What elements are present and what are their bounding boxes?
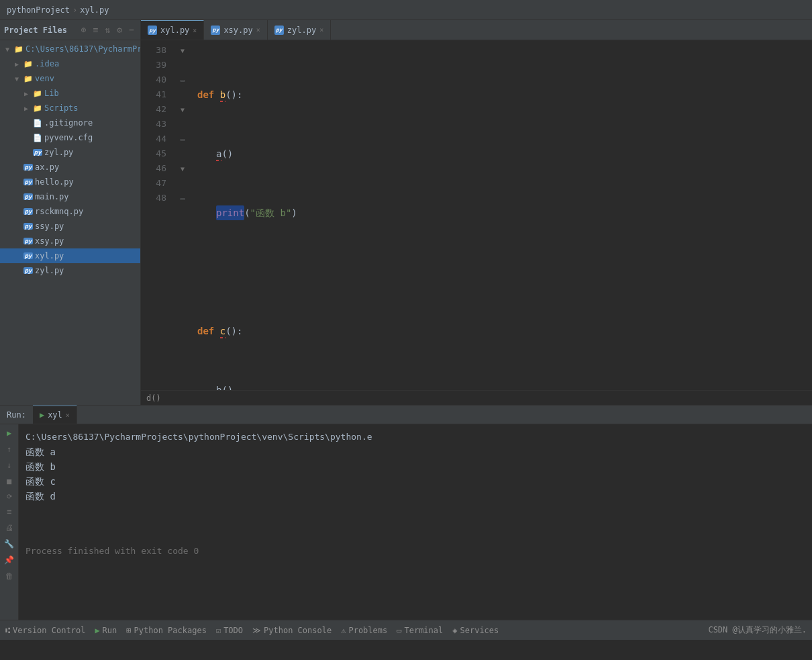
status-item-run[interactable]: ▶ Run bbox=[95, 626, 117, 635]
fold-45 bbox=[174, 146, 191, 161]
tab-xyl[interactable]: py xyl.py × bbox=[141, 20, 204, 40]
sidebar-item-gitignore[interactable]: 📄 .gitignore bbox=[0, 115, 140, 130]
problems-label: Problems bbox=[348, 626, 387, 635]
output-text-3: 函数 c bbox=[26, 476, 56, 487]
main-container: Project Files ⊕ ≡ ⇅ ⚙ − ▼ 📁 C:\Users\861… bbox=[0, 20, 812, 640]
gitignore-file-icon: 📄 bbox=[32, 117, 43, 128]
xyl-tab-label: xyl.py bbox=[160, 26, 189, 35]
main-label: main.py bbox=[35, 192, 69, 201]
status-item-python-console[interactable]: ≫ Python Console bbox=[252, 626, 332, 635]
sidebar-item-rsckmnq[interactable]: py rsckmnq.py bbox=[0, 204, 140, 219]
output-spacer bbox=[26, 504, 805, 544]
tree-root[interactable]: ▼ 📁 C:\Users\86137\PycharmProjects\pytho… bbox=[0, 42, 140, 56]
code-content[interactable]: def b(): a() print("函数 b") def c(): bbox=[191, 40, 812, 390]
zyl-venv-icon: py bbox=[32, 147, 43, 158]
fold-column: ▼ ▭ ▼ ▭ ▼ ▭ bbox=[174, 40, 191, 390]
run-strip-down[interactable]: ↓ bbox=[5, 459, 13, 471]
pyvenv-file-icon: 📄 bbox=[32, 132, 43, 143]
xyl-icon: py bbox=[23, 250, 34, 261]
status-item-python-packages[interactable]: ⊞ Python Packages bbox=[126, 626, 207, 635]
run-strip-trash[interactable]: 🗑 bbox=[4, 570, 15, 582]
breadcrumb-project[interactable]: pythonProject bbox=[7, 5, 70, 15]
code-line-39: a() bbox=[197, 146, 805, 161]
xsy-icon: py bbox=[23, 236, 34, 246]
sidebar-item-zyl-venv[interactable]: py zyl.py bbox=[0, 145, 140, 160]
status-item-todo[interactable]: ☑ TODO bbox=[216, 626, 243, 635]
process-line: Process finished with exit code 0 bbox=[26, 544, 805, 559]
output-line-2: 函数 b bbox=[26, 459, 805, 474]
sidebar-item-ssy[interactable]: py ssy.py bbox=[0, 219, 140, 234]
sidebar-item-ax[interactable]: py ax.py bbox=[0, 160, 140, 175]
code-line-43: b() bbox=[197, 383, 805, 390]
sidebar-item-xyl[interactable]: py xyl.py bbox=[0, 248, 140, 263]
fold-46[interactable]: ▼ bbox=[174, 161, 191, 176]
status-item-problems[interactable]: ⚠ Problems bbox=[341, 626, 387, 635]
hello-label: hello.py bbox=[35, 177, 74, 187]
run-strip-scroll[interactable]: ≡ bbox=[5, 506, 13, 518]
status-item-terminal[interactable]: ▭ Terminal bbox=[397, 626, 443, 635]
pyvenv-label: pyvenv.cfg bbox=[44, 133, 93, 142]
root-folder-icon: 📁 bbox=[13, 44, 24, 54]
fold-38[interactable]: ▼ bbox=[174, 43, 191, 58]
print-b-str: ("函数 b") bbox=[244, 205, 297, 220]
run-strip-stop[interactable]: ■ bbox=[5, 475, 13, 487]
code-line-41 bbox=[197, 265, 805, 279]
sidebar-item-hello[interactable]: py hello.py bbox=[0, 175, 140, 189]
settings-icon[interactable]: ⚙ bbox=[115, 24, 124, 36]
sidebar-item-venv[interactable]: ▼ 📁 venv bbox=[0, 71, 140, 86]
rsckmnq-label: rsckmnq.py bbox=[35, 207, 83, 216]
fold-39 bbox=[174, 58, 191, 73]
collapse-icon[interactable]: ≡ bbox=[91, 24, 101, 36]
run-strip-rerun[interactable]: ⟳ bbox=[5, 491, 13, 502]
hello-icon: py bbox=[23, 177, 34, 187]
idea-arrow: ▶ bbox=[12, 60, 21, 68]
call-b-paren: () bbox=[221, 383, 233, 390]
services-icon: ◈ bbox=[452, 626, 457, 635]
fold-48[interactable]: ▭ bbox=[174, 191, 191, 205]
sidebar-item-main[interactable]: py main.py bbox=[0, 189, 140, 204]
run-tab-bar: Run: ▶ xyl × bbox=[0, 406, 812, 424]
sidebar-item-zyl[interactable]: py zyl.py bbox=[0, 263, 140, 278]
add-icon[interactable]: ⊕ bbox=[79, 24, 89, 36]
file-tree: ▼ 📁 C:\Users\86137\PycharmProjects\pytho… bbox=[0, 40, 140, 405]
left-strip: ▶ ↑ ↓ ■ ⟳ ≡ 🖨 🔧 📌 🗑 bbox=[0, 424, 19, 620]
run-tab-xyl[interactable]: ▶ xyl × bbox=[33, 406, 77, 424]
run-tab-label: xyl bbox=[48, 410, 62, 420]
sidebar-item-idea[interactable]: ▶ 📁 .idea bbox=[0, 56, 140, 71]
zyl-venv-label: zyl.py bbox=[44, 148, 73, 157]
run-tab-close[interactable]: × bbox=[66, 412, 70, 419]
sidebar-item-lib[interactable]: ▶ 📁 Lib bbox=[0, 86, 140, 101]
minimize-icon[interactable]: − bbox=[127, 24, 136, 36]
code-line-40: print("函数 b") bbox=[197, 205, 805, 220]
version-control-icon: ⑆ bbox=[5, 626, 10, 635]
func-b: b bbox=[220, 87, 225, 102]
fold-40[interactable]: ▭ bbox=[174, 73, 191, 87]
tab-xsy[interactable]: py xsy.py × bbox=[204, 20, 267, 40]
status-item-version-control[interactable]: ⑆ Version Control bbox=[5, 626, 85, 635]
run-strip-up[interactable]: ↑ bbox=[5, 443, 13, 455]
run-strip-pin[interactable]: 📌 bbox=[3, 554, 15, 566]
run-strip-tools[interactable]: 🔧 bbox=[3, 538, 15, 550]
terminal-output[interactable]: C:\Users\86137\PycharmProjects\pythonPro… bbox=[19, 424, 812, 620]
tab-zyl[interactable]: py zyl.py × bbox=[268, 20, 331, 40]
sort-icon[interactable]: ⇅ bbox=[103, 24, 113, 36]
zyl-icon: py bbox=[23, 265, 34, 276]
venv-folder-icon: 📁 bbox=[23, 73, 34, 84]
breadcrumb-file[interactable]: xyl.py bbox=[80, 5, 109, 15]
fold-44[interactable]: ▭ bbox=[174, 132, 191, 146]
venv-arrow: ▼ bbox=[12, 75, 21, 83]
version-control-label: Version Control bbox=[13, 626, 85, 635]
line-numbers: 38 39 40 41 42 43 44 45 46 47 48 bbox=[141, 40, 174, 390]
run-strip-play[interactable]: ▶ bbox=[5, 427, 13, 439]
xsy-tab-close[interactable]: × bbox=[256, 26, 260, 34]
zyl-tab-close[interactable]: × bbox=[319, 26, 323, 34]
run-strip-print[interactable]: 🖨 bbox=[4, 522, 15, 534]
paren-42: (): bbox=[225, 324, 242, 338]
sidebar-item-scripts[interactable]: ▶ 📁 Scripts bbox=[0, 101, 140, 115]
fold-42[interactable]: ▼ bbox=[174, 102, 191, 117]
status-item-services[interactable]: ◈ Services bbox=[452, 626, 499, 635]
sidebar-item-xsy[interactable]: py xsy.py bbox=[0, 234, 140, 248]
code-area[interactable]: 38 39 40 41 42 43 44 45 46 47 48 ▼ ▭ bbox=[141, 40, 812, 390]
sidebar-item-pyvenv[interactable]: 📄 pyvenv.cfg bbox=[0, 130, 140, 145]
xyl-tab-close[interactable]: × bbox=[193, 27, 197, 34]
